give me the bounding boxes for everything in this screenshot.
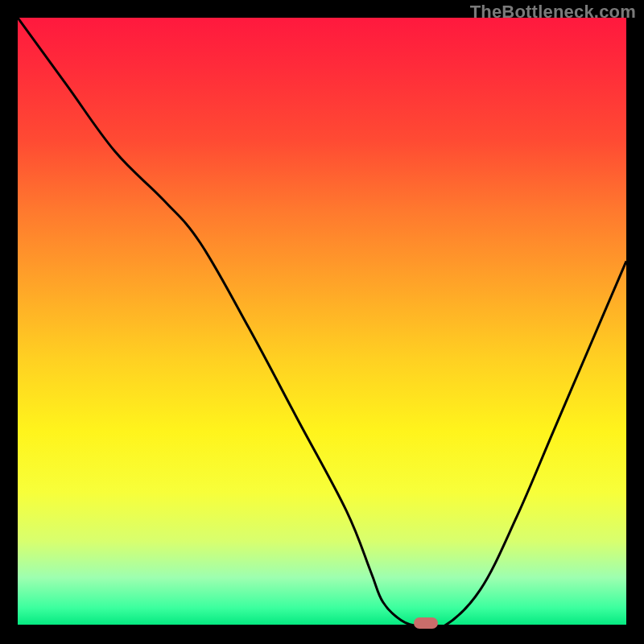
optimal-marker — [414, 617, 438, 629]
chart-stage: TheBottleneck.com — [0, 0, 644, 644]
bottleneck-curve — [18, 18, 626, 626]
plot-area — [18, 18, 626, 626]
curve-path — [18, 18, 626, 626]
